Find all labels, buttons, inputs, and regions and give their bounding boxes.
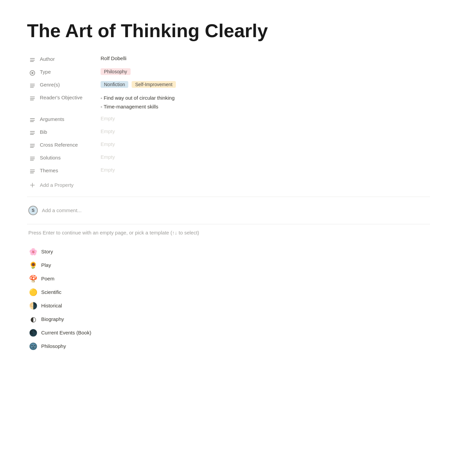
template-item[interactable]: 🟡Scientific (27, 285, 430, 299)
template-emoji: 🍄 (28, 274, 38, 283)
template-emoji: 🌗 (28, 301, 38, 310)
readers-objective-value[interactable]: - Find way out of circular thinking - Ti… (101, 94, 429, 111)
add-property-label[interactable]: Add a Property (40, 182, 74, 188)
add-property-row[interactable]: Add a Property (27, 179, 430, 191)
template-label: Philosophy (41, 343, 66, 349)
solutions-icon (28, 155, 36, 163)
solutions-label: Solutions (40, 154, 101, 160)
arguments-value[interactable]: Empty (101, 116, 429, 121)
template-label: Scientific (41, 289, 61, 295)
genres-label: Genre(s) (40, 81, 101, 87)
arguments-row[interactable]: Arguments Empty (27, 114, 430, 126)
bib-icon (28, 129, 36, 137)
template-emoji: 🟡 (28, 287, 38, 297)
comment-section[interactable]: S Add a comment... (27, 202, 430, 219)
template-label: Biography (41, 316, 64, 322)
type-label: Type (40, 68, 101, 75)
themes-icon (28, 168, 36, 176)
arguments-icon (28, 116, 36, 124)
genres-value[interactable]: Nonfiction Self-Improvement (101, 81, 429, 88)
type-row[interactable]: Type Philosophy (27, 66, 430, 79)
author-icon (28, 56, 36, 64)
template-item[interactable]: 🍄Poem (27, 272, 430, 285)
properties-section: Author Rolf Dobelli Type Philosophy Genr… (27, 53, 430, 191)
avatar: S (28, 206, 38, 215)
themes-value[interactable]: Empty (101, 167, 429, 173)
template-list: 🌸Story🌻Play🍄Poem🟡Scientific🌗Historical◐B… (27, 245, 430, 353)
cross-reference-row[interactable]: Cross Reference Empty (27, 139, 430, 152)
type-tag[interactable]: Philosophy (101, 68, 131, 75)
template-label: Historical (41, 303, 62, 308)
template-label: Play (41, 262, 51, 268)
bib-value[interactable]: Empty (101, 128, 429, 134)
template-emoji: 🌻 (28, 260, 38, 270)
readers-objective-line-1: - Find way out of circular thinking (101, 94, 429, 102)
page-title: The Art of Thinking Clearly (27, 20, 430, 41)
add-property-icon (28, 181, 36, 189)
genre-tag-nonfiction[interactable]: Nonfiction (101, 81, 128, 88)
cross-reference-value[interactable]: Empty (101, 141, 429, 147)
type-icon (28, 69, 36, 77)
readers-objective-row[interactable]: Reader's Objective - Find way out of cir… (27, 92, 430, 114)
template-item[interactable]: 🌻Play (27, 258, 430, 272)
type-value[interactable]: Philosophy (101, 68, 429, 75)
template-hint: Press Enter to continue with an empty pa… (27, 230, 430, 235)
readers-objective-icon (28, 95, 36, 103)
template-item[interactable]: ◐Biography (27, 312, 430, 326)
template-label: Poem (41, 276, 54, 281)
divider-2 (27, 224, 430, 224)
author-value[interactable]: Rolf Dobelli (101, 55, 429, 61)
cross-reference-icon (28, 142, 36, 150)
cross-reference-label: Cross Reference (40, 141, 101, 148)
template-item[interactable]: 🌗Historical (27, 299, 430, 312)
readers-objective-line-2: - Time-management skills (101, 103, 429, 111)
arguments-label: Arguments (40, 116, 101, 122)
author-label: Author (40, 55, 101, 62)
bib-row[interactable]: Bib Empty (27, 126, 430, 139)
readers-objective-label: Reader's Objective (40, 94, 101, 100)
template-emoji: 🌸 (28, 247, 38, 256)
comment-placeholder[interactable]: Add a comment... (42, 207, 82, 213)
author-row[interactable]: Author Rolf Dobelli (27, 53, 430, 66)
template-item[interactable]: 🌚Philosophy (27, 340, 430, 353)
genre-tag-self-improvement[interactable]: Self-Improvement (132, 81, 176, 88)
template-item[interactable]: 🌸Story (27, 245, 430, 258)
template-label: Story (41, 249, 53, 254)
themes-row[interactable]: Themes Empty (27, 165, 430, 178)
bib-label: Bib (40, 128, 101, 135)
template-emoji: ◐ (28, 315, 38, 324)
template-label: Current Events (Book) (41, 330, 91, 335)
themes-label: Themes (40, 167, 101, 173)
solutions-value[interactable]: Empty (101, 154, 429, 160)
template-emoji: 🌚 (28, 342, 38, 351)
divider-1 (27, 197, 430, 197)
genres-icon (28, 82, 36, 90)
solutions-row[interactable]: Solutions Empty (27, 152, 430, 165)
template-item[interactable]: 🌑Current Events (Book) (27, 326, 430, 340)
template-emoji: 🌑 (28, 328, 38, 337)
genres-row[interactable]: Genre(s) Nonfiction Self-Improvement (27, 79, 430, 92)
